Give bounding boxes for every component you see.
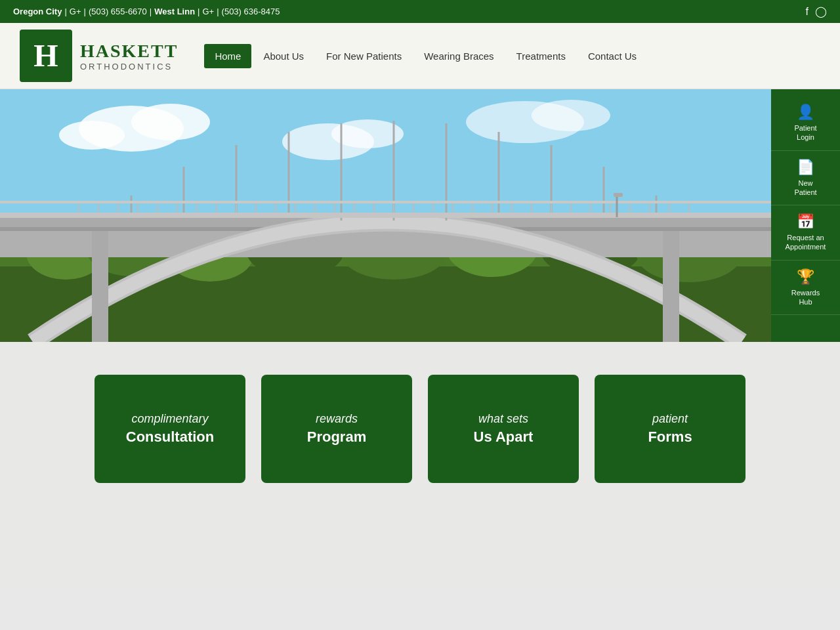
svg-rect-69 (614, 193, 623, 197)
request-appointment-label: Request anAppointment (786, 233, 826, 252)
sep2: | (150, 7, 152, 16)
google-plus-2[interactable]: G+ (202, 7, 214, 16)
card-rewards[interactable]: rewards Program (261, 375, 412, 483)
logo-letter: H (33, 40, 58, 72)
header: H HASKETT ORTHODONTICS Home About Us For… (0, 23, 840, 89)
new-patient-button[interactable]: 📄 NewPatient (771, 151, 840, 206)
logo-box: H (20, 30, 72, 82)
social-links: f ◯ (806, 5, 827, 18)
content-cards: complimentary Consultation rewards Progr… (0, 342, 840, 536)
instagram-icon[interactable]: ◯ (815, 5, 827, 18)
card-patient-forms-bottom: Forms (648, 429, 692, 446)
phone1: (503) 655-6670 (89, 7, 147, 16)
city1: Oregon City (13, 7, 62, 16)
svg-rect-32 (92, 231, 108, 342)
top-bar: Oregon City | G+ | (503) 655-6670 | West… (0, 0, 840, 23)
svg-rect-34 (0, 213, 771, 218)
card-what-sets-top: what sets (478, 412, 528, 427)
document-icon: 📄 (797, 159, 814, 176)
new-patient-label: NewPatient (794, 178, 816, 198)
logo-text: HASKETT ORTHODONTICS (80, 41, 178, 72)
card-consultation[interactable]: complimentary Consultation (94, 375, 245, 483)
logo-name: HASKETT (80, 41, 178, 62)
hero-image: 👤 PatientLogin 📄 NewPatient 📅 Request an… (0, 89, 840, 342)
main-nav: Home About Us For New Patients Wearing B… (204, 44, 647, 68)
nav-home[interactable]: Home (204, 44, 251, 68)
patient-login-button[interactable]: 👤 PatientLogin (771, 96, 840, 151)
card-what-sets[interactable]: what sets Us Apart (428, 375, 579, 483)
account-icon: 👤 (797, 104, 814, 121)
nav-treatments[interactable]: Treatments (506, 44, 576, 68)
rewards-hub-label: RewardsHub (791, 288, 820, 307)
pipe2: | (217, 7, 219, 16)
nav-contact[interactable]: Contact Us (578, 44, 647, 68)
nav-new-patients[interactable]: For New Patients (316, 44, 412, 68)
facebook-icon[interactable]: f (806, 6, 808, 18)
svg-point-7 (532, 100, 610, 131)
logo[interactable]: H HASKETT ORTHODONTICS (20, 30, 178, 82)
card-consultation-bottom: Consultation (126, 429, 214, 446)
patient-login-label: PatientLogin (794, 123, 816, 142)
city2: West Linn (154, 7, 195, 16)
pipe1: | (84, 7, 86, 16)
rewards-hub-button[interactable]: 🏆 RewardsHub (771, 261, 840, 316)
nav-about[interactable]: About Us (253, 44, 314, 68)
sep3: | (198, 7, 200, 16)
card-consultation-top: complimentary (131, 412, 208, 427)
nav-wearing-braces[interactable]: Wearing Braces (413, 44, 504, 68)
phone2: (503) 636-8475 (222, 7, 280, 16)
logo-sub: ORTHODONTICS (80, 62, 178, 72)
svg-point-2 (131, 104, 210, 140)
sidebar-panel: 👤 PatientLogin 📄 NewPatient 📅 Request an… (771, 89, 840, 342)
svg-rect-33 (663, 231, 679, 342)
sep1: | (64, 7, 66, 16)
google-plus-1[interactable]: G+ (70, 7, 81, 16)
svg-rect-67 (0, 201, 771, 203)
card-patient-forms-top: patient (652, 412, 688, 427)
card-rewards-bottom: Program (307, 429, 366, 446)
card-rewards-top: rewards (316, 412, 358, 427)
card-what-sets-bottom: Us Apart (474, 429, 534, 446)
footer-area (0, 536, 840, 588)
bridge-scene (0, 89, 840, 342)
request-appointment-button[interactable]: 📅 Request anAppointment (771, 205, 840, 261)
card-patient-forms[interactable]: patient Forms (595, 375, 746, 483)
calendar-icon: 📅 (797, 213, 814, 230)
trophy-icon: 🏆 (797, 268, 814, 285)
contact-info: Oregon City | G+ | (503) 655-6670 | West… (13, 7, 280, 16)
svg-point-3 (59, 121, 125, 150)
svg-rect-20 (0, 231, 771, 257)
